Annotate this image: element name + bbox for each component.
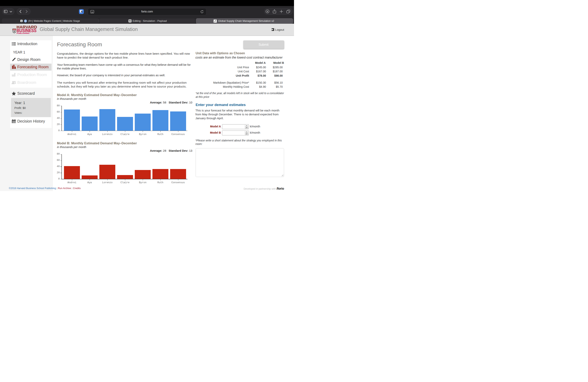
svg-text:N: N [21,20,22,22]
svg-text:PUBLISHING: PUBLISHING [17,32,30,34]
